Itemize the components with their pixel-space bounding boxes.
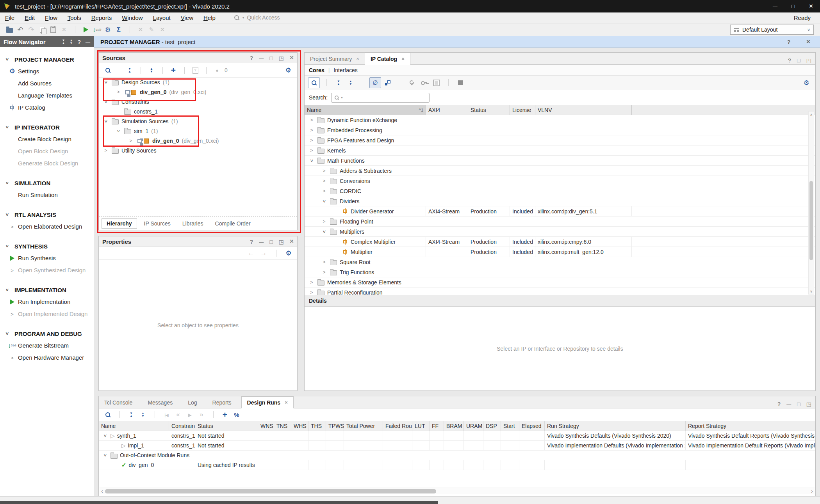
runs-toolbar-button[interactable] [196,410,207,420]
flow-nav-item[interactable]: Settings [0,65,94,77]
ip-toolbar-button[interactable] [431,78,442,88]
close-tab-icon[interactable]: × [285,399,288,405]
column-header[interactable]: Total Power [344,421,383,431]
context-bar-button[interactable] [803,37,814,47]
ip-table-row[interactable]: Memories & Storage Elements [305,277,815,287]
menu-item[interactable]: Layout [148,14,176,21]
ip-toolbar-button[interactable] [308,77,320,88]
flow-nav-section-header[interactable]: PROJECT MANAGER [0,53,94,65]
ip-toolbar-button[interactable] [333,78,344,88]
vertical-scrollbar[interactable]: ∧ ∨ [808,111,814,295]
flow-nav-header-button[interactable] [77,39,81,45]
toolbar-button[interactable] [26,25,37,35]
menu-item[interactable]: Window [117,14,148,21]
flow-nav-item[interactable]: Run Synthesis [0,252,94,264]
column-header[interactable]: Status [195,421,258,431]
column-header[interactable]: FF [430,421,444,431]
ip-toolbar-button[interactable] [406,78,417,88]
close-tab-icon[interactable]: × [356,56,359,62]
tree-row[interactable]: Constraints [99,97,297,106]
runs-toolbar-button[interactable] [208,410,219,420]
sources-tab[interactable]: Libraries [178,219,208,228]
column-header[interactable]: Elapsed [519,421,545,431]
document-tab[interactable]: Project Summary × [305,53,365,64]
panel-chrome-button[interactable] [269,53,273,63]
panel-chrome-button[interactable] [806,55,811,66]
panel-chrome-button[interactable] [797,55,800,66]
window-control[interactable] [784,0,802,12]
bottom-tab[interactable]: Messages [142,397,182,408]
ip-table-row[interactable]: Complex Multiplier AXI4-Stream Productio… [305,237,815,247]
sources-tab[interactable]: Compile Order [210,219,255,228]
run-row[interactable]: impl_1 constrs_1 Not started [99,441,815,451]
column-header[interactable]: Failed Routes [383,421,412,431]
column-header[interactable]: Constraints [169,421,195,431]
properties-nav-button[interactable] [258,248,269,258]
column-header[interactable]: TNS [274,421,291,431]
panel-chrome-button[interactable] [777,399,781,409]
interfaces-subtab[interactable]: Interfaces [333,67,357,73]
sources-settings-button[interactable] [283,65,294,75]
flow-nav-item[interactable]: Open Synthesized Design [0,264,94,276]
scroll-left-icon[interactable]: ‹ [101,488,103,494]
toolbar-button[interactable] [113,25,124,35]
flow-nav-item[interactable]: Language Templates [0,89,94,101]
runs-toolbar-button[interactable] [184,410,195,420]
tree-chevron-icon[interactable] [321,270,327,275]
tree-row[interactable]: sim_1 (1) [99,126,297,136]
properties-nav-button[interactable] [283,248,294,258]
ip-table-row[interactable]: Kernels [305,146,815,156]
ip-toolbar-button[interactable] [357,78,368,88]
bottom-tab[interactable]: Reports [207,397,241,408]
column-header[interactable]: Name [99,421,169,431]
toolbar-button[interactable] [146,25,157,35]
column-header[interactable]: BRAM [444,421,464,431]
flow-nav-section-header[interactable]: SYNTHESIS [0,240,94,252]
tree-chevron-icon[interactable] [103,148,109,153]
flow-nav-item[interactable]: Open Implemented Design [0,308,94,320]
sources-toolbar-button[interactable] [201,65,212,75]
ip-table-row[interactable]: FPGA Features and Design [305,135,815,146]
column-header[interactable]: WNS [258,421,274,431]
menu-item[interactable]: Help [198,14,221,21]
tree-chevron-icon[interactable] [115,89,121,95]
tree-chevron-icon[interactable] [102,453,108,458]
menu-item[interactable]: Tools [62,14,86,21]
bottom-tab[interactable]: Tcl Console [99,397,142,408]
runs-toolbar-button[interactable] [173,410,184,420]
column-header-license[interactable]: License [510,105,535,115]
column-header[interactable]: Start [501,421,519,431]
tree-chevron-icon[interactable] [308,280,315,285]
sources-toolbar-button[interactable] [102,65,113,75]
tree-chevron-icon[interactable] [321,188,327,194]
bottom-tab[interactable]: Log [182,397,207,408]
ip-table-row[interactable]: Adders & Subtracters [305,166,815,176]
column-header[interactable]: Run Strategy [545,421,686,431]
panel-chrome-button[interactable] [797,399,800,409]
toolbar-button[interactable] [91,25,102,35]
column-header[interactable]: THS [308,421,326,431]
ip-table-row[interactable]: Trig Functions [305,267,815,277]
column-header[interactable]: TPWS [326,421,344,431]
properties-nav-button[interactable] [246,248,257,258]
toolbar-button[interactable] [37,25,48,35]
panel-chrome-button[interactable] [250,236,253,247]
sources-toolbar-button[interactable] [190,65,201,75]
tree-chevron-icon[interactable] [321,229,327,234]
sources-toolbar-button[interactable] [179,65,190,75]
ip-catalog-settings-button[interactable] [801,78,812,88]
runs-toolbar-button[interactable] [137,410,148,420]
scrollbar-thumb[interactable] [809,181,813,260]
runs-toolbar-button[interactable] [231,410,242,420]
tree-chevron-icon[interactable] [321,259,327,265]
ip-toolbar-button[interactable] [369,77,381,88]
runs-toolbar-button[interactable] [114,410,125,420]
tree-chevron-icon[interactable] [115,128,121,134]
scroll-right-icon[interactable]: › [811,488,813,494]
ip-table-row[interactable]: Square Root [305,257,815,267]
menu-item[interactable]: Flow [40,14,62,21]
layout-selector[interactable]: Default Layout ∨ [730,25,814,35]
panel-chrome-button[interactable] [259,53,264,63]
column-header-status[interactable]: Status [468,105,510,115]
cores-subtab[interactable]: Cores [309,67,324,73]
